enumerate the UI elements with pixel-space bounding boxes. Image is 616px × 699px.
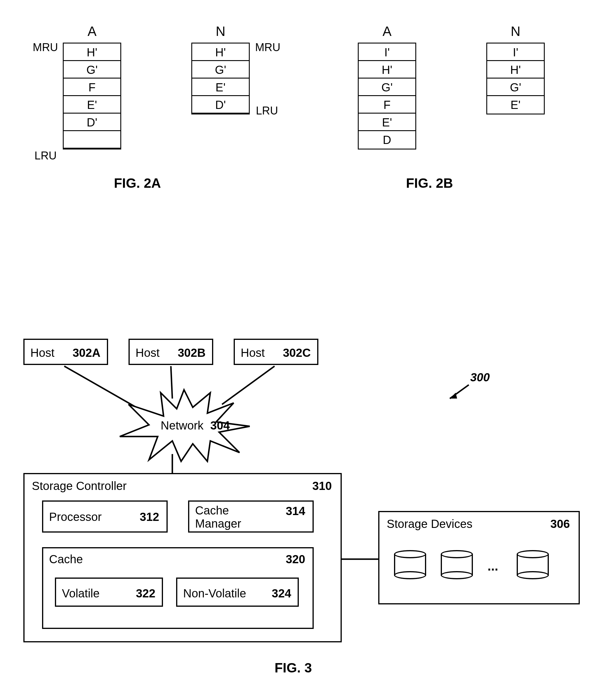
- cache-manager-box: Cache Manager 314: [188, 500, 314, 532]
- nonvolatile-label: Non-Volatile: [183, 587, 246, 600]
- cache-cell: H': [192, 43, 249, 61]
- stack-title: A: [63, 23, 121, 39]
- processor-label: Processor: [49, 510, 102, 524]
- disk-icon: [517, 550, 549, 579]
- cache-cell: I': [487, 43, 544, 61]
- cache-cell: [64, 131, 120, 149]
- ellipsis: ...: [487, 559, 498, 573]
- mru-label: MRU: [33, 41, 58, 54]
- stack-title: N: [191, 23, 250, 39]
- cache-cell: F: [359, 96, 415, 114]
- lru-label: LRU: [256, 105, 278, 117]
- cache-cell: G': [487, 79, 544, 96]
- cache-cell: H': [487, 61, 544, 79]
- cache-manager-label: Cache Manager: [195, 504, 241, 530]
- storage-devices-box: Storage Devices 306 ...: [378, 511, 580, 604]
- cache-cell: G': [359, 79, 415, 96]
- controller-label: Storage Controller: [32, 479, 127, 492]
- mru-label: MRU: [255, 41, 280, 54]
- cache-cell: D': [64, 114, 120, 131]
- network-label: Network: [161, 419, 204, 432]
- storage-devices-label: Storage Devices: [387, 517, 472, 530]
- volatile-ref: 322: [136, 587, 155, 600]
- nonvolatile-ref: 324: [272, 587, 291, 600]
- fig-2a-caption: FIG. 2A: [114, 175, 161, 191]
- fig2b-stack-n: N I' H' G' E': [486, 23, 545, 115]
- cache-cell: G': [64, 61, 120, 79]
- fig-2b-caption: FIG. 2B: [406, 175, 453, 191]
- fig2a-stack-n: N MRU H' G' E' D' LRU: [191, 23, 250, 115]
- nonvolatile-box: Non-Volatile 324: [176, 578, 299, 607]
- cache-cell: D: [359, 131, 415, 149]
- disk-icon: [394, 550, 426, 579]
- fig-3: Host 302A Host 302B Host 302C 300 Networ…: [23, 339, 596, 677]
- fig-3-caption: FIG. 3: [275, 660, 312, 676]
- lru-label: LRU: [35, 149, 57, 162]
- arrow-icon: [444, 382, 470, 403]
- storage-controller-box: Storage Controller 310 Processor 312 Cac…: [23, 473, 342, 642]
- fig2b-stack-a: A I' H' G' F E' D: [358, 23, 416, 149]
- cache-cell: E': [487, 96, 544, 114]
- cache-manager-ref: 314: [286, 504, 305, 518]
- processor-ref: 312: [140, 510, 159, 524]
- cache-cell: E': [64, 96, 120, 114]
- cache-cell: E': [359, 114, 415, 131]
- cache-cell: I': [359, 43, 415, 61]
- processor-box: Processor 312: [42, 500, 168, 532]
- stack-title: N: [486, 23, 545, 39]
- cache-cell: H': [64, 43, 120, 61]
- system-ref: 300: [470, 371, 490, 384]
- network-ref: 304: [210, 419, 230, 432]
- cache-cell: G': [192, 61, 249, 79]
- cache-cell: E': [192, 79, 249, 96]
- cache-label: Cache: [49, 553, 83, 566]
- cache-cell: D': [192, 96, 249, 114]
- disk-icon: [441, 550, 473, 579]
- controller-storage-connector: [342, 558, 380, 560]
- cache-box: Cache 320 Volatile 322 Non-Volatile 324: [42, 547, 314, 629]
- storage-devices-ref: 306: [550, 517, 570, 530]
- stack-title: A: [358, 23, 416, 39]
- cache-cell: F: [64, 79, 120, 96]
- cache-ref: 320: [286, 553, 305, 566]
- volatile-box: Volatile 322: [55, 578, 163, 607]
- controller-ref: 310: [312, 479, 332, 492]
- volatile-label: Volatile: [62, 587, 100, 600]
- fig2a-stack-a: A MRU H' G' F E' D' LRU: [63, 23, 121, 149]
- cache-cell: H': [359, 61, 415, 79]
